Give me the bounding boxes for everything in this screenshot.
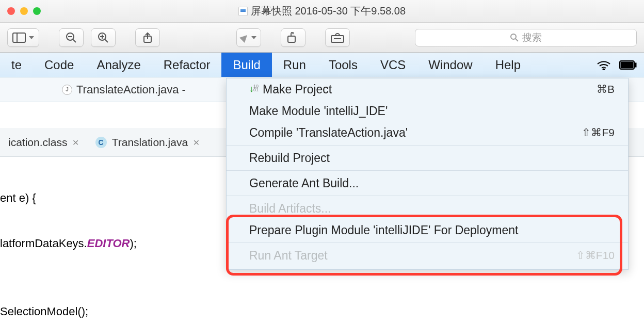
- menu-item-make-module[interactable]: Make Module 'intelliJ_IDE': [227, 100, 628, 122]
- markup-toolbar-button[interactable]: [325, 28, 350, 47]
- menu-item-rebuild-project[interactable]: Rebuild Project: [227, 147, 628, 169]
- menu-item-make-project[interactable]: ↓1001 Make Project ⌘B: [227, 78, 628, 100]
- window-title-text: 屏幕快照 2016-05-30 下午9.58.08: [251, 4, 406, 18]
- search-icon: [510, 33, 519, 42]
- menu-item-tools[interactable]: Tools: [317, 53, 369, 77]
- menu-item-navigate-partial[interactable]: te: [0, 53, 33, 77]
- menu-separator: [227, 196, 628, 196]
- shortcut: ⇧⌘F9: [582, 126, 615, 139]
- make-project-icon: ↓1001: [249, 84, 259, 95]
- close-tab-icon[interactable]: ×: [193, 136, 199, 149]
- menu-item-vcs[interactable]: VCS: [369, 53, 417, 77]
- sidebar-toggle-button[interactable]: [7, 28, 39, 47]
- svg-point-16: [603, 69, 605, 70]
- menu-item-prepare-plugin[interactable]: Prepare Plugin Module 'intelliJIDE' For …: [227, 219, 628, 241]
- menu-item-generate-ant-build[interactable]: Generate Ant Build...: [227, 172, 628, 194]
- search-placeholder: 搜索: [522, 31, 542, 44]
- svg-point-14: [511, 34, 516, 39]
- battery-icon: [619, 60, 637, 70]
- menu-item-compile[interactable]: Compile 'TranslateAction.java' ⇧⌘F9: [227, 122, 628, 143]
- svg-rect-19: [635, 63, 636, 67]
- pencil-icon: [239, 33, 250, 43]
- preview-search-field[interactable]: 搜索: [415, 29, 637, 46]
- menu-item-build-artifacts: Build Artifacts...: [227, 198, 628, 219]
- menu-item-run[interactable]: Run: [272, 53, 317, 77]
- menu-separator: [227, 170, 628, 171]
- mac-title-bar: 屏幕快照 2016-05-30 下午9.58.08: [0, 0, 644, 23]
- ide-menu-bar: te Code Analyze Refactor Build Run Tools…: [0, 53, 644, 77]
- build-menu: ↓1001 Make Project ⌘B Make Module 'intel…: [226, 78, 629, 270]
- zoom-out-button[interactable]: [59, 28, 84, 47]
- share-button[interactable]: [135, 28, 160, 47]
- editor-tab[interactable]: ication.class ×: [0, 128, 87, 156]
- document-icon: [238, 7, 248, 16]
- menu-item-refactor[interactable]: Refactor: [152, 53, 222, 77]
- shortcut: ⌘B: [597, 83, 615, 95]
- code-editor[interactable]: ent e) { latformDataKeys.EDITOR); Select…: [0, 157, 226, 323]
- menu-item-code[interactable]: Code: [33, 53, 85, 77]
- menu-item-run-ant-target: Run Ant Target ⇧⌘F10: [227, 245, 628, 266]
- menu-item-build[interactable]: Build: [221, 53, 271, 77]
- svg-rect-18: [621, 62, 633, 68]
- window-title: 屏幕快照 2016-05-30 下午9.58.08: [0, 4, 644, 18]
- menu-separator: [227, 145, 628, 146]
- preview-toolbar: 搜索: [0, 23, 644, 53]
- svg-line-6: [105, 39, 108, 42]
- menu-item-analyze[interactable]: Analyze: [85, 53, 152, 77]
- menu-separator: [227, 243, 628, 243]
- class-icon: C: [95, 137, 107, 148]
- rotate-button[interactable]: [281, 28, 305, 47]
- editor-tab[interactable]: C Translation.java ×: [87, 128, 208, 156]
- menu-item-window[interactable]: Window: [417, 53, 484, 77]
- svg-line-15: [516, 39, 518, 41]
- svg-rect-0: [13, 33, 25, 42]
- java-file-icon: [62, 85, 72, 95]
- highlight-button[interactable]: [236, 28, 261, 47]
- mac-status-icons: [589, 60, 644, 70]
- file-path-text: TranslateAction.java -: [76, 83, 186, 96]
- shortcut: ⇧⌘F10: [576, 249, 615, 262]
- svg-line-3: [73, 39, 76, 42]
- close-tab-icon[interactable]: ×: [72, 136, 78, 149]
- menu-item-help[interactable]: Help: [484, 53, 532, 77]
- wifi-icon: [597, 60, 611, 70]
- svg-rect-11: [288, 36, 295, 42]
- zoom-in-button[interactable]: [91, 28, 116, 47]
